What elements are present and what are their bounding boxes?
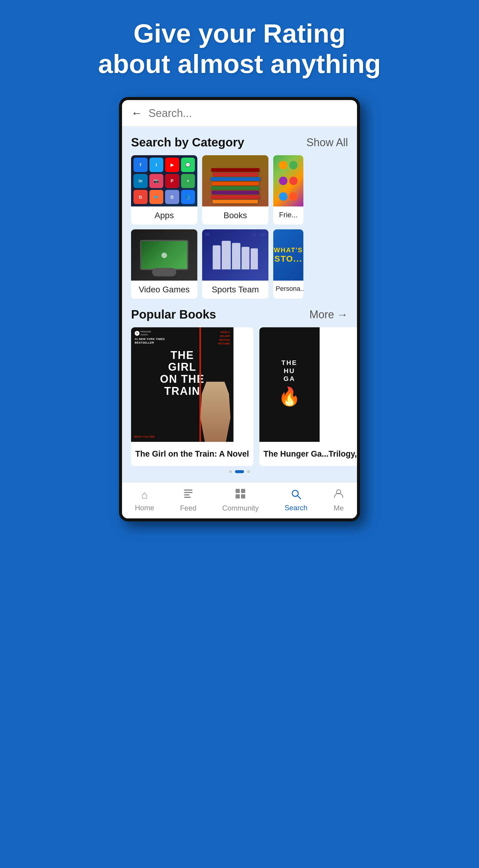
feed-icon xyxy=(183,488,194,501)
category-card-videogames[interactable]: ⬤ Video Games xyxy=(131,229,197,299)
popular-books-header: Popular Books More → xyxy=(122,308,357,327)
category-row-2: ⬤ Video Games xyxy=(131,229,348,299)
players-group xyxy=(213,241,258,270)
nav-item-home[interactable]: ⌂ Home xyxy=(135,489,154,512)
svg-rect-4 xyxy=(235,489,240,493)
nav-item-me[interactable]: Me xyxy=(333,488,344,513)
apps-image: f t ▶ 💬 in 📷 P + G 🐦 D xyxy=(131,155,197,207)
scroll-indicator xyxy=(122,466,357,476)
svg-rect-1 xyxy=(184,492,192,493)
svg-rect-2 xyxy=(184,494,190,495)
search-input[interactable] xyxy=(149,107,348,120)
svg-line-9 xyxy=(297,495,301,499)
category-card-sportsteam[interactable]: 29 10 83 Sports Team xyxy=(202,229,268,299)
feed-label: Feed xyxy=(180,504,196,513)
book-card-girl-on-train[interactable]: 🐧 PENGUINAUDIO #1 NEW YORK TIMESBESTSELL… xyxy=(131,327,253,466)
dot-2-active xyxy=(235,470,244,473)
svg-rect-0 xyxy=(184,490,192,491)
popular-books-section: Popular Books More → 🐧 PENGUI xyxy=(122,308,357,482)
nav-item-feed[interactable]: Feed xyxy=(180,488,196,513)
girl-on-train-cover: 🐧 PENGUINAUDIO #1 NEW YORK TIMESBESTSELL… xyxy=(131,327,233,442)
friends-image xyxy=(273,155,304,207)
face-decoration xyxy=(200,381,230,442)
hunger-games-title-text: THEHUGA xyxy=(281,359,297,383)
main-scroll-area: Search by Category Show All f t ▶ 💬 xyxy=(122,127,357,518)
search-label: Search xyxy=(285,504,308,512)
search-icon xyxy=(290,489,302,501)
back-arrow-icon[interactable]: ← xyxy=(131,107,142,120)
category-section-title: Search by Category xyxy=(131,135,244,149)
phone-frame: ← Search by Category Show All f xyxy=(119,97,360,521)
nav-item-search[interactable]: Search xyxy=(285,489,308,512)
dot-1 xyxy=(229,470,232,473)
books-image xyxy=(202,155,268,207)
bottom-navigation: ⌂ Home Feed xyxy=(122,482,357,518)
got-subtitle: WHAT YOU SEE xyxy=(134,435,155,438)
hunger-games-title: The Hunger Ga... Trilogy, Book 1... xyxy=(259,442,357,466)
popular-books-title: Popular Books xyxy=(131,308,216,321)
bestseller-badge: 🐧 PENGUINAUDIO #1 NEW YORK TIMESBESTSELL… xyxy=(135,330,165,345)
mockingjay-icon: 🔥 xyxy=(278,386,301,407)
headline-line1: Give your Rating xyxy=(133,19,346,48)
nav-item-community[interactable]: Community xyxy=(222,488,259,513)
svg-rect-7 xyxy=(241,494,245,498)
category-card-persona[interactable]: WHAT'S STO... Persona... xyxy=(273,229,304,299)
show-all-link[interactable]: Show All xyxy=(307,136,348,149)
red-line-decoration xyxy=(199,327,201,442)
friends-label: Frie... xyxy=(273,207,304,223)
category-card-books[interactable]: Books xyxy=(202,155,268,224)
headline-line2: about almost anything xyxy=(98,49,381,79)
hunger-games-cover: THEHUGA 🔥 xyxy=(259,327,320,442)
category-row-1: f t ▶ 💬 in 📷 P + G 🐦 D xyxy=(131,155,348,224)
videogames-image: ⬤ xyxy=(131,229,197,281)
category-section-header: Search by Category Show All xyxy=(122,135,357,155)
persona-image: WHAT'S STO... xyxy=(273,229,304,281)
svg-rect-3 xyxy=(184,497,191,498)
community-label: Community xyxy=(222,504,259,513)
book-card-hunger-games[interactable]: THEHUGA 🔥 The Hunger Ga... Trilogy, Book… xyxy=(259,327,357,466)
community-icon xyxy=(235,488,246,501)
home-label: Home xyxy=(135,504,154,512)
dot-3 xyxy=(247,470,250,473)
category-card-apps[interactable]: f t ▶ 💬 in 📷 P + G 🐦 D xyxy=(131,155,197,224)
controller xyxy=(152,268,176,276)
me-label: Me xyxy=(334,504,344,513)
category-card-friends[interactable]: Frie... xyxy=(273,155,304,224)
persona-label: Persona... xyxy=(273,281,304,297)
categories-grid: f t ▶ 💬 in 📷 P + G 🐦 D xyxy=(122,155,357,308)
me-icon xyxy=(333,488,344,501)
search-bar[interactable]: ← xyxy=(122,100,357,127)
tv-screen: ⬤ xyxy=(140,240,188,270)
girl-on-train-title: The Girl on the Train: A Novel xyxy=(131,442,253,466)
more-books-link[interactable]: More → xyxy=(309,308,348,321)
sports-image: 29 10 83 xyxy=(202,229,268,281)
phone-screen: ← Search by Category Show All f xyxy=(122,100,357,518)
svg-rect-6 xyxy=(235,494,240,498)
svg-rect-5 xyxy=(241,489,245,493)
book-top-info: 🐧 PENGUINAUDIO #1 NEW YORK TIMESBESTSELL… xyxy=(131,327,233,347)
home-icon: ⌂ xyxy=(141,489,148,501)
movie-badge: NOW AMAJORMOTIONPICTURE xyxy=(218,330,230,345)
sportsteam-label: Sports Team xyxy=(202,281,268,299)
videogames-label: Video Games xyxy=(131,281,197,299)
apps-label: Apps xyxy=(131,207,197,224)
headline: Give your Rating about almost anything xyxy=(80,18,399,79)
books-label: Books xyxy=(202,207,268,224)
books-row: 🐧 PENGUINAUDIO #1 NEW YORK TIMESBESTSELL… xyxy=(122,327,357,466)
